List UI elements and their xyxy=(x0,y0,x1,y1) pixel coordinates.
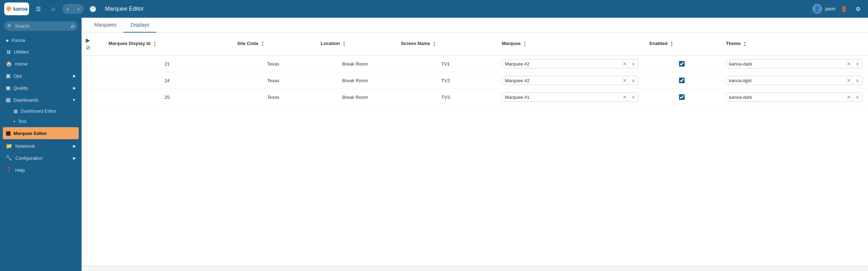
sort-icons-site-code: ▲▼ xyxy=(261,41,264,47)
sidebar-subitem-dashboard-editor[interactable]: ▦ Dashboard Editor xyxy=(0,106,82,116)
logo[interactable]: ❊ kanoa xyxy=(4,2,29,15)
horizontal-scrollbar[interactable] xyxy=(82,265,868,271)
avatar: 👤 xyxy=(812,4,822,14)
column-site-code[interactable]: Site Code ▲▼ xyxy=(232,33,315,56)
cell-theme: kanoa-light ✕ ∨ xyxy=(720,72,868,89)
tabs: Marquees Displays xyxy=(82,18,868,33)
enabled-checkbox-0[interactable] xyxy=(679,61,685,67)
settings-button[interactable]: ⚙ xyxy=(852,3,864,15)
marquee-clear-button-1[interactable]: ✕ xyxy=(621,77,628,84)
sidebar-item-kanoa[interactable]: ● Kanoa xyxy=(0,34,82,46)
theme-dropdown-button-0[interactable]: ∨ xyxy=(852,60,862,68)
tab-marquees[interactable]: Marquees xyxy=(87,18,123,33)
theme-clear-button-1[interactable]: ✕ xyxy=(845,77,852,84)
enabled-checkbox-1[interactable] xyxy=(679,78,685,83)
table-row: 21 Texas Break Room TV1 Marquee #2 ✕ ∨ k… xyxy=(82,56,868,72)
marquee-select-value-2: Marquee #1 xyxy=(502,93,621,101)
sidebar-item-label: Marquee Editor xyxy=(13,131,47,136)
content-area: Marquees Displays ▶ ⊘ Marquee Display Id… xyxy=(82,18,868,271)
marquee-select-0[interactable]: Marquee #2 ✕ ∨ xyxy=(502,59,638,68)
back-button[interactable]: ‹ xyxy=(62,4,73,14)
displays-table: ▶ ⊘ Marquee Display Id ▲▼ Site Code ▲▼ xyxy=(82,33,868,106)
theme-select-value-2: kanoa-dark xyxy=(726,93,845,101)
sidebar-item-notebook[interactable]: 📁 Notebook ▶ xyxy=(0,140,82,152)
search-input[interactable] xyxy=(4,21,77,31)
cell-screen-name: TV2 xyxy=(395,72,496,89)
chevron-right-icon-config: ▶ xyxy=(73,156,76,160)
theme-select-value-1: kanoa-light xyxy=(726,77,845,85)
sidebar-item-utilities[interactable]: 🖥 Utilities xyxy=(0,46,82,58)
nav-button-group: ‹ › xyxy=(62,4,84,14)
search-swap-button[interactable]: ⇄ xyxy=(71,23,74,29)
theme-select-0[interactable]: kanoa-dark ✕ ∨ xyxy=(726,59,862,68)
sort-icons-enabled: ▲▼ xyxy=(670,41,673,47)
history-button[interactable]: 🕐 xyxy=(87,3,99,15)
sidebar-item-dashboards[interactable]: ▦ Dashboards ▼ xyxy=(0,94,82,106)
marquee-dropdown-button-1[interactable]: ∨ xyxy=(628,76,638,85)
theme-select-1[interactable]: kanoa-light ✕ ∨ xyxy=(726,76,862,85)
theme-dropdown-button-1[interactable]: ∨ xyxy=(852,76,862,85)
column-screen-name[interactable]: Screen Name ▲▼ xyxy=(395,33,496,56)
test-icon: ▪ xyxy=(13,119,15,124)
stop-control-button[interactable]: ⊘ xyxy=(86,44,90,51)
tab-displays[interactable]: Displays xyxy=(123,18,156,33)
sidebar-subitem-label: Dashboard Editor xyxy=(21,108,56,114)
marquee-editor-icon: ▦ xyxy=(6,130,11,136)
logout-button[interactable]: 🚪 xyxy=(838,3,850,15)
cell-marquee: Marquee #2 ✕ ∨ xyxy=(496,72,644,89)
theme-clear-button-2[interactable]: ✕ xyxy=(845,93,852,101)
row-ctrl-cell xyxy=(82,56,103,72)
sidebar-item-label: Ops xyxy=(13,73,22,79)
marquee-select-value-1: Marquee #2 xyxy=(502,77,621,85)
topbar-right: 👤 jason 🚪 ⚙ xyxy=(812,3,864,15)
kanoa-icon: ● xyxy=(6,37,9,43)
chevron-down-icon: ▼ xyxy=(72,98,76,102)
sidebar-item-marquee-editor[interactable]: ▦ Marquee Editor xyxy=(3,127,79,139)
cell-theme: kanoa-dark ✕ ∨ xyxy=(720,89,868,106)
quality-icon: ▣ xyxy=(6,85,11,91)
main-layout: 🔍 ⇄ ● Kanoa 🖥 Utilities 🏠 Home ▣ Ops ▶ ▣… xyxy=(0,18,868,271)
sidebar: 🔍 ⇄ ● Kanoa 🖥 Utilities 🏠 Home ▣ Ops ▶ ▣… xyxy=(0,18,82,271)
cell-screen-name: TV1 xyxy=(395,56,496,72)
theme-select-value-0: kanoa-dark xyxy=(726,60,845,68)
marquee-select-1[interactable]: Marquee #2 ✕ ∨ xyxy=(502,76,638,85)
marquee-select-value-0: Marquee #2 xyxy=(502,60,621,68)
marquee-select-2[interactable]: Marquee #1 ✕ ∨ xyxy=(502,92,638,102)
sidebar-item-home[interactable]: 🏠 Home xyxy=(0,58,82,70)
marquee-dropdown-button-0[interactable]: ∨ xyxy=(628,60,638,68)
sort-icons-theme: ▲▼ xyxy=(744,41,747,47)
sidebar-item-quality[interactable]: ▣ Quality ▶ xyxy=(0,82,82,94)
enabled-checkbox-2[interactable] xyxy=(679,94,685,100)
column-marquee[interactable]: Marquee ▲▼ xyxy=(496,33,644,56)
cell-marquee: Marquee #2 ✕ ∨ xyxy=(496,56,644,72)
theme-clear-button-0[interactable]: ✕ xyxy=(845,60,852,68)
column-marquee-display-id[interactable]: Marquee Display Id ▲▼ xyxy=(103,33,232,56)
sidebar-subitem-test[interactable]: ▪ Test xyxy=(0,116,82,126)
theme-select-2[interactable]: kanoa-dark ✕ ∨ xyxy=(726,92,862,102)
marquee-clear-button-0[interactable]: ✕ xyxy=(621,60,628,68)
home-button[interactable]: ⌂ xyxy=(48,3,59,15)
notebook-icon: 📁 xyxy=(6,143,12,149)
marquee-dropdown-button-2[interactable]: ∨ xyxy=(628,93,638,101)
chevron-right-icon-notebook: ▶ xyxy=(73,144,76,148)
column-location[interactable]: Location ▲▼ xyxy=(315,33,395,56)
column-theme[interactable]: Theme ▲▼ xyxy=(720,33,868,56)
table-row: 24 Texas Break Room TV2 Marquee #2 ✕ ∨ k… xyxy=(82,72,868,89)
sort-icons-marquee: ▲▼ xyxy=(523,41,527,47)
ops-icon: ▣ xyxy=(6,73,11,79)
theme-dropdown-button-2[interactable]: ∨ xyxy=(852,93,862,101)
username-label: jason xyxy=(825,6,835,11)
column-controls: ▶ ⊘ xyxy=(82,33,103,56)
column-enabled[interactable]: Enabled ▲▼ xyxy=(644,33,720,56)
home-icon: 🏠 xyxy=(6,61,12,67)
sidebar-item-label: Quality xyxy=(13,85,28,91)
sidebar-item-help[interactable]: ❓ Help xyxy=(0,164,82,176)
forward-button[interactable]: › xyxy=(73,4,84,14)
sidebar-item-configuration[interactable]: 🔧 Configuration ▶ xyxy=(0,152,82,164)
sidebar-item-ops[interactable]: ▣ Ops ▶ xyxy=(0,70,82,82)
play-control-button[interactable]: ▶ xyxy=(86,37,90,44)
marquee-clear-button-2[interactable]: ✕ xyxy=(621,93,628,101)
logo-icon: ❊ xyxy=(6,5,12,13)
sidebar-item-label: Help xyxy=(15,168,25,173)
hamburger-menu-button[interactable]: ☰ xyxy=(33,3,44,15)
